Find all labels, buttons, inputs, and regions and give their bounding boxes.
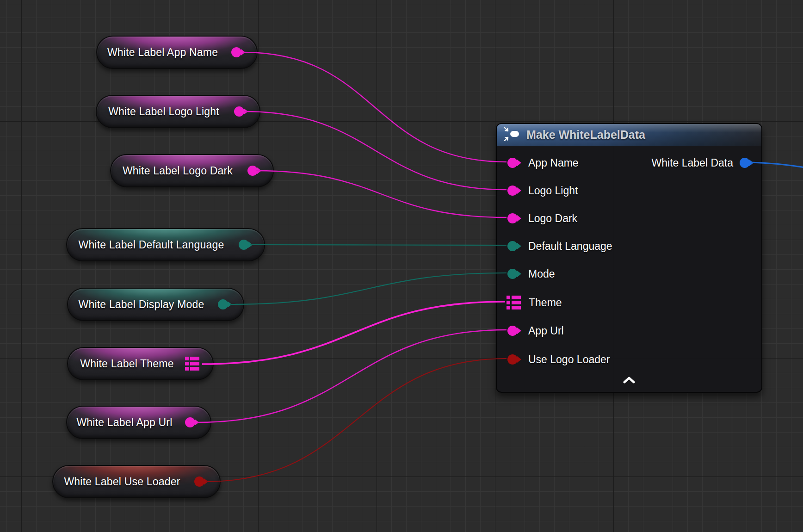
node-header[interactable]: Make WhiteLabelData <box>497 124 761 146</box>
pin-label: App Url <box>528 325 564 337</box>
boolean-output-pin[interactable] <box>194 476 204 487</box>
boolean-input-pin[interactable] <box>507 354 518 365</box>
string-output-pin[interactable] <box>247 166 258 176</box>
node-get-white-label-use-loader[interactable]: White Label Use Loader <box>52 465 221 498</box>
enum-output-pin[interactable] <box>218 299 228 309</box>
struct-output-pin[interactable] <box>185 357 199 371</box>
pin-label: Theme <box>529 297 562 309</box>
node-get-white-label-display-mode[interactable]: White Label Display Mode <box>67 288 244 321</box>
pin-label: App Name <box>528 157 579 169</box>
node-make-whitelabeldata[interactable]: Make WhiteLabelData App Name Logo Light … <box>496 123 762 393</box>
wire-use-loader[interactable] <box>206 359 507 482</box>
pin-label: Logo Dark <box>528 212 577 225</box>
node-get-white-label-logo-light[interactable]: White Label Logo Light <box>96 95 260 128</box>
node-label: White Label Logo Dark <box>123 165 261 177</box>
node-label: White Label Default Language <box>78 239 253 251</box>
wire-display-mode[interactable] <box>230 273 507 304</box>
pin-row-default-language: Default Language <box>507 239 612 253</box>
pin-label: White Label Data <box>652 157 733 169</box>
node-label: White Label Logo Light <box>108 105 248 118</box>
wire-logo-dark[interactable] <box>256 171 507 217</box>
pin-label: Logo Light <box>528 185 578 197</box>
node-title: Make WhiteLabelData <box>526 128 645 142</box>
wire-app-url[interactable] <box>198 330 507 422</box>
node-get-white-label-logo-dark[interactable]: White Label Logo Dark <box>110 154 274 187</box>
node-get-white-label-app-url[interactable]: White Label App Url <box>66 406 211 439</box>
wire-default-language[interactable] <box>250 245 507 245</box>
pin-label: Default Language <box>528 240 612 253</box>
string-output-pin[interactable] <box>234 106 244 117</box>
chevron-up-icon[interactable] <box>623 377 635 384</box>
pin-row-theme: Theme <box>507 296 562 309</box>
struct-output-pin[interactable] <box>740 158 750 168</box>
string-input-pin[interactable] <box>507 158 518 168</box>
enum-output-pin[interactable] <box>239 240 249 250</box>
enum-input-pin[interactable] <box>507 269 518 279</box>
node-get-white-label-theme[interactable]: White Label Theme <box>67 347 214 380</box>
pin-label: Use Logo Loader <box>528 353 610 366</box>
pin-row-mode: Mode <box>507 267 555 281</box>
node-get-white-label-default-language[interactable]: White Label Default Language <box>66 228 265 261</box>
node-label: White Label Theme <box>80 358 200 370</box>
enum-input-pin[interactable] <box>507 241 518 251</box>
node-get-white-label-app-name[interactable]: White Label App Name <box>96 36 258 69</box>
wire-app-name[interactable] <box>243 52 507 162</box>
pin-row-logo-light: Logo Light <box>507 184 578 198</box>
node-label: White Label App Name <box>107 46 247 59</box>
wire-logo-light[interactable] <box>244 111 507 190</box>
node-label: White Label Use Loader <box>64 476 209 488</box>
pin-row-logo-dark: Logo Dark <box>507 211 577 225</box>
pin-row-white-label-data: White Label Data <box>652 156 750 170</box>
pin-row-use-logo-loader: Use Logo Loader <box>507 353 610 366</box>
pin-row-app-url: App Url <box>507 324 564 338</box>
string-input-pin[interactable] <box>507 186 518 196</box>
blueprint-graph-canvas[interactable]: White Label App Name White Label Logo Li… <box>0 0 803 532</box>
node-label: White Label App Url <box>76 416 201 429</box>
make-struct-icon <box>503 126 521 144</box>
pin-label: Mode <box>528 268 555 280</box>
string-input-pin[interactable] <box>507 326 518 336</box>
node-label: White Label Display Mode <box>79 298 233 311</box>
string-output-pin[interactable] <box>231 47 241 57</box>
string-output-pin[interactable] <box>185 417 195 427</box>
struct-input-pin[interactable] <box>507 296 521 309</box>
pin-row-app-name: App Name <box>507 156 579 170</box>
string-input-pin[interactable] <box>507 213 518 223</box>
